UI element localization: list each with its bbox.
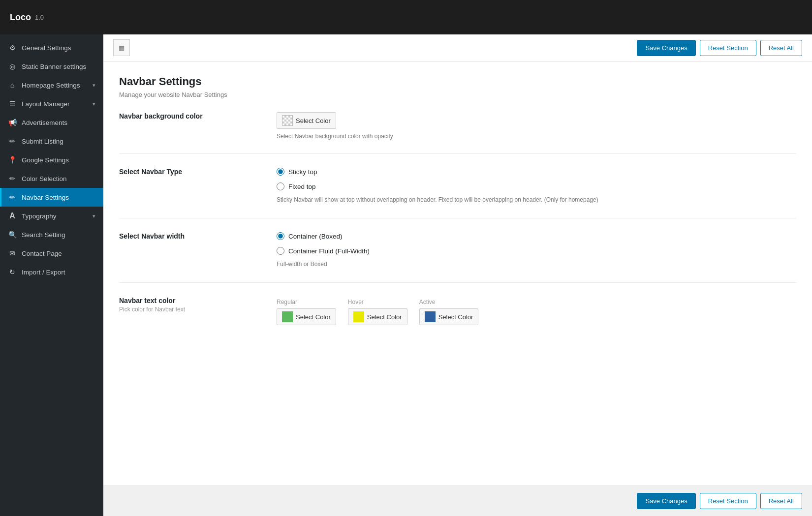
section-label-bg-color: Navbar background color xyxy=(119,112,257,140)
bottom-reset-all-button[interactable]: Reset All xyxy=(760,493,802,509)
section-navbar-type: Select Navbar Type Sticky top Fixed top xyxy=(119,153,796,218)
active-color-button[interactable]: Select Color xyxy=(419,308,479,325)
top-toolbar: ▦ Save Changes Reset Section Reset All xyxy=(103,34,812,61)
top-bar: Loco 1.0 xyxy=(0,0,812,34)
sidebar-label: Submit Listing xyxy=(22,138,63,145)
sidebar-item-google-settings[interactable]: 📍 Google Settings xyxy=(0,151,103,169)
bottom-reset-section-button[interactable]: Reset Section xyxy=(700,493,756,509)
page-subtitle: Manage your website Navbar Settings xyxy=(119,91,796,98)
active-label: Active xyxy=(419,299,479,305)
sidebar-item-contact-page[interactable]: ✉ Contact Page xyxy=(0,244,103,263)
section-control-bg-color: Select Color Select Navbar background co… xyxy=(277,112,796,140)
pin-icon: 📍 xyxy=(8,155,17,164)
bg-color-button-label: Select Color xyxy=(296,117,331,124)
sidebar-item-layout-manager[interactable]: ☰ Layout Manager ▾ xyxy=(0,94,103,113)
section-control-navbar-width: Container (Boxed) Container Fluid (Full-… xyxy=(277,232,796,269)
navbar-width-hint: Full-width or Boxed xyxy=(277,260,796,269)
radio-boxed-label: Container (Boxed) xyxy=(288,233,343,240)
label-title: Select Navbar width xyxy=(119,232,257,240)
page-inner: Navbar Settings Manage your website Navb… xyxy=(103,61,812,353)
section-label-text-color: Navbar text color Pick color for Navbar … xyxy=(119,297,257,325)
edit-icon: ✏ xyxy=(8,137,17,146)
color-state-active: Active Select Color xyxy=(419,299,479,325)
radio-sticky-label: Sticky top xyxy=(288,168,317,176)
radio-boxed[interactable]: Container (Boxed) xyxy=(277,232,796,240)
bottom-save-changes-button[interactable]: Save Changes xyxy=(637,493,695,509)
sidebar-item-navbar-settings[interactable]: ✏ Navbar Settings xyxy=(0,188,103,207)
hover-color-button[interactable]: Select Color xyxy=(348,308,407,325)
chevron-down-icon: ▾ xyxy=(93,101,95,107)
navbar-width-radio-group: Container (Boxed) Container Fluid (Full-… xyxy=(277,232,796,255)
brand-version: 1.0 xyxy=(35,14,44,21)
section-text-color: Navbar text color Pick color for Navbar … xyxy=(119,282,796,339)
label-title: Navbar background color xyxy=(119,112,257,120)
color-state-regular: Regular Select Color xyxy=(277,299,336,325)
radio-fixed-input[interactable] xyxy=(277,182,284,190)
sidebar-item-typography[interactable]: A Typography ▾ xyxy=(0,207,103,225)
typography-icon: A xyxy=(8,212,17,220)
radio-boxed-input[interactable] xyxy=(277,232,284,240)
sidebar-item-color-selection[interactable]: ✏ Color Selection xyxy=(0,169,103,188)
grid-view-button[interactable]: ▦ xyxy=(113,39,130,56)
hover-label: Hover xyxy=(348,299,407,305)
ads-icon: 📢 xyxy=(8,118,17,127)
sidebar-item-search-setting[interactable]: 🔍 Search Setting xyxy=(0,225,103,244)
section-bg-color: Navbar background color Select Color Sel… xyxy=(119,112,796,153)
radio-fixed-top[interactable]: Fixed top xyxy=(277,182,796,190)
grid-icon: ▦ xyxy=(119,44,125,52)
radio-fluid[interactable]: Container Fluid (Full-Width) xyxy=(277,247,796,255)
content-area: ▦ Save Changes Reset Section Reset All N… xyxy=(103,34,812,516)
sidebar-label: General Settings xyxy=(22,44,71,52)
label-title: Navbar text color xyxy=(119,297,257,304)
regular-color-swatch xyxy=(282,311,293,322)
radio-fluid-input[interactable] xyxy=(277,247,284,255)
sidebar-item-homepage-settings[interactable]: ⌂ Homepage Settings ▾ xyxy=(0,76,103,94)
reset-all-button[interactable]: Reset All xyxy=(760,40,802,56)
sidebar-item-submit-listing[interactable]: ✏ Submit Listing xyxy=(0,132,103,151)
label-title: Select Navbar Type xyxy=(119,168,257,176)
section-label-navbar-type: Select Navbar Type xyxy=(119,168,257,204)
sidebar-item-static-banner[interactable]: ◎ Static Banner settings xyxy=(0,57,103,76)
hover-color-swatch xyxy=(353,311,364,322)
hover-color-label: Select Color xyxy=(367,313,402,321)
label-desc: Pick color for Navbar text xyxy=(119,306,257,313)
sidebar-label: Navbar Settings xyxy=(22,194,69,201)
sidebar-label: Static Banner settings xyxy=(22,63,86,70)
home-icon: ⌂ xyxy=(8,81,17,90)
sidebar-item-import-export[interactable]: ↻ Import / Export xyxy=(0,263,103,281)
refresh-icon: ↻ xyxy=(8,268,17,276)
sidebar-label: Color Selection xyxy=(22,175,67,182)
sidebar-item-general-settings[interactable]: ⚙ General Settings xyxy=(0,38,103,57)
sidebar-label: Import / Export xyxy=(22,269,65,276)
sidebar: ⚙ General Settings ◎ Static Banner setti… xyxy=(0,34,103,516)
section-navbar-width: Select Navbar width Container (Boxed) Co… xyxy=(119,218,796,282)
page-title: Navbar Settings xyxy=(119,75,796,88)
regular-label: Regular xyxy=(277,299,336,305)
sidebar-label: Homepage Settings xyxy=(22,82,80,89)
section-label-navbar-width: Select Navbar width xyxy=(119,232,257,269)
regular-color-button[interactable]: Select Color xyxy=(277,308,336,325)
radio-fluid-label: Container Fluid (Full-Width) xyxy=(288,247,370,255)
color-state-hover: Hover Select Color xyxy=(348,299,407,325)
radio-sticky-input[interactable] xyxy=(277,168,284,176)
navbar-type-radio-group: Sticky top Fixed top xyxy=(277,168,796,190)
mail-icon: ✉ xyxy=(8,249,17,258)
reset-section-button[interactable]: Reset Section xyxy=(700,40,756,56)
save-changes-button[interactable]: Save Changes xyxy=(637,40,695,56)
navbar-icon: ✏ xyxy=(8,193,17,202)
gear-icon: ⚙ xyxy=(8,43,17,52)
main-layout: ⚙ General Settings ◎ Static Banner setti… xyxy=(0,34,812,516)
brand-name: Loco xyxy=(10,12,31,23)
section-control-text-color: Regular Select Color Hover xyxy=(277,297,796,325)
page-content: Navbar Settings Manage your website Navb… xyxy=(103,61,812,486)
banner-icon: ◎ xyxy=(8,62,17,71)
sidebar-label: Search Setting xyxy=(22,231,65,239)
layout-icon: ☰ xyxy=(8,99,17,108)
bottom-toolbar: Save Changes Reset Section Reset All xyxy=(103,486,812,516)
bg-color-picker-button[interactable]: Select Color xyxy=(277,112,336,129)
navbar-type-hint: Sticky Navbar will show at top without o… xyxy=(277,195,796,204)
sidebar-label: Layout Manager xyxy=(22,100,70,108)
sidebar-item-advertisements[interactable]: 📢 Advertisements xyxy=(0,113,103,132)
color-icon: ✏ xyxy=(8,174,17,183)
radio-sticky-top[interactable]: Sticky top xyxy=(277,168,796,176)
